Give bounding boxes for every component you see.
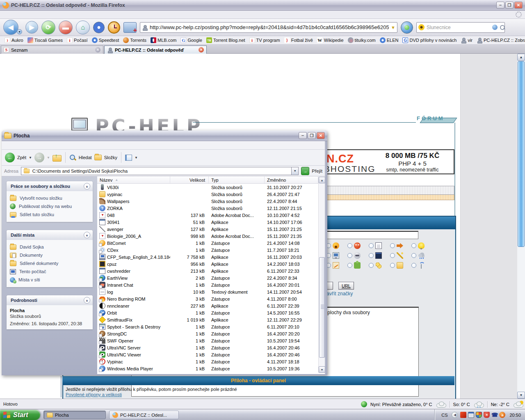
taskbar-clock[interactable]: 20:50 (508, 413, 521, 418)
browser-scrollbar[interactable]: ▲ ▼ (517, 54, 525, 399)
go-button[interactable] (401, 21, 413, 34)
bookmark-item[interactable]: vir (459, 37, 475, 43)
menu-item[interactable] (28, 14, 34, 16)
smiley-icon[interactable] (418, 262, 425, 269)
forward-button[interactable]: ▶ (25, 21, 38, 34)
file-row[interactable]: SWF Opener 1 kB Zástupce 10.5.2007 19:54 (97, 337, 318, 344)
smiley-radio[interactable] (369, 253, 374, 258)
file-row[interactable]: Nero Burning ROM 3 kB Zástupce 4.11.2007… (97, 295, 318, 302)
weather-now[interactable]: Nyní: Převážně zataženo, 0° C (370, 402, 432, 407)
tab-seznam[interactable]: S Seznam ✕ (1, 46, 103, 54)
file-row[interactable]: Orbit 1 kB Zástupce 14.5.2007 16:55 (97, 309, 318, 316)
alarm-clock-icon[interactable] (108, 21, 120, 34)
firefox-titlebar[interactable]: PC-HELP.CZ :: Odeslat odpověď - Mozilla … (0, 0, 525, 11)
place-link[interactable]: Dokumenty (10, 251, 91, 259)
tray-collapse-icon[interactable]: ◀ (452, 412, 458, 418)
close-tags-link[interactable]: Zavřít značky (324, 291, 353, 297)
tab-pchelp[interactable]: PC-HELP.CZ :: Odeslat odpověď ✕ (104, 46, 207, 54)
menu-item[interactable] (15, 14, 21, 16)
menu-item[interactable] (3, 144, 10, 146)
smiley-radio[interactable] (347, 253, 352, 258)
column-header-modified[interactable]: Změněno (265, 176, 318, 183)
up-button[interactable] (52, 154, 62, 161)
smiley-radio[interactable] (411, 243, 416, 248)
menu-item[interactable] (30, 144, 36, 146)
url-bar[interactable]: ▼ (140, 22, 397, 33)
file-row[interactable]: V630i Složka souborů 31.10.2007 20:27 (97, 184, 318, 191)
smiley-icon[interactable] (333, 242, 339, 249)
bookmark-item[interactable]: Počasí (65, 37, 90, 43)
views-dropdown-icon[interactable]: ▼ (135, 156, 138, 160)
task-link[interactable]: Sdílet tuto složku (10, 210, 91, 219)
bookmark-item[interactable]: Tiscali Games (25, 37, 65, 43)
bookmark-item[interactable]: PC-HELP.CZ :: Zobrazit... (475, 37, 525, 43)
tray-icon[interactable] (484, 412, 490, 418)
place-link[interactable]: David Sojka (10, 243, 91, 251)
search-input[interactable] (427, 25, 490, 30)
smiley-icon[interactable] (354, 252, 361, 259)
search-engine-icon[interactable] (418, 24, 425, 30)
smiley-radio[interactable] (390, 263, 395, 268)
place-link[interactable]: Tento počítač (10, 267, 91, 276)
file-row[interactable]: Vypinac 1 kB Zástupce 4.11.2007 18:18 (97, 358, 318, 365)
back-dropdown-icon[interactable]: ▼ (29, 156, 32, 160)
bookmark-item[interactable]: ELEN (378, 37, 401, 43)
smiley-icon[interactable] (375, 252, 382, 259)
address-field[interactable]: C:\Documents and Settings\David Sojka\Pl… (21, 167, 299, 175)
file-row[interactable]: CFP_Setup_English_2.4.18.184 7 758 kB Ap… (97, 253, 318, 260)
smiley-icon[interactable] (397, 252, 403, 259)
go-button[interactable]: → (301, 167, 309, 175)
task-link[interactable]: Vytvořit novou složku (10, 194, 91, 202)
collapse-chevron-icon[interactable]: ▲ (84, 232, 90, 238)
maximize-button[interactable]: ❐ (308, 132, 316, 139)
file-row[interactable]: Spybot - Search & Destroy 1 kB Zástupce … (97, 323, 318, 330)
add-bookmark-icon[interactable] (123, 22, 137, 33)
menu-item[interactable] (41, 14, 48, 16)
explorer-titlebar[interactable]: Plocha ‒ ❐ ✕ (2, 130, 327, 141)
smiley-radio[interactable] (369, 263, 374, 268)
file-row[interactable]: Biologie_2006_A 998 kB Adobe Acrobat Doc… (97, 233, 318, 240)
tab-close-icon[interactable]: ✕ (199, 47, 204, 52)
menu-item[interactable] (34, 14, 41, 16)
bookmark-item[interactable]: Wikipedie (315, 37, 346, 43)
back-dropdown[interactable]: ▼ (17, 29, 22, 34)
bookmark-item[interactable]: titulky.com (346, 37, 378, 43)
scroll-down-icon[interactable]: ▼ (319, 366, 325, 373)
folders-icon[interactable] (94, 155, 102, 160)
back-button[interactable]: ← (5, 153, 15, 162)
go-label[interactable]: Přejít (312, 169, 322, 173)
scroll-down-icon[interactable]: ▼ (517, 392, 525, 399)
file-row[interactable]: EarthView 2 kB Zástupce 22.4.2007 8:34 (97, 274, 318, 281)
bookmark-item[interactable]: DVD přílohy v novinách (400, 37, 459, 43)
extension-status-icon[interactable] (361, 401, 367, 407)
collapse-chevron-icon[interactable]: ▲ (84, 183, 90, 189)
search-label[interactable]: Hledat (79, 155, 92, 160)
panel-header[interactable]: Práce se soubory a složkou ▲ (7, 181, 93, 191)
scroll-thumb[interactable] (518, 61, 525, 247)
bookmark-item[interactable]: Google (178, 37, 204, 43)
language-indicator[interactable]: CS (440, 412, 449, 418)
minimize-button[interactable]: ‒ (496, 2, 504, 9)
search-bar[interactable] (416, 22, 505, 33)
back-label[interactable]: Zpět (17, 155, 26, 160)
menu-item[interactable] (16, 144, 23, 146)
smiley-radio[interactable] (390, 243, 395, 248)
file-list-scrollbar[interactable]: ▲ ▼ (318, 177, 325, 373)
taskbar-task-firefox[interactable]: PC-HELP.CZ :: Odesl... (109, 411, 179, 419)
tray-icon[interactable] (468, 412, 474, 418)
file-row[interactable]: cpuz 956 kB Aplikace 14.2.2007 18:03 (97, 260, 318, 267)
file-row[interactable]: Windows Media Player 1 kB Zástupce 10.5.… (97, 365, 318, 372)
menu-item[interactable] (36, 144, 43, 146)
smiley-icon[interactable] (354, 262, 361, 269)
file-row[interactable]: 048 137 kB Adobe Acrobat Doc... 10.10.20… (97, 212, 318, 219)
file-row[interactable]: log 10 kB Textový dokument 14.11.2007 20… (97, 288, 318, 295)
smiley-icon[interactable] (375, 262, 382, 269)
weather-saturday[interactable]: So: 0° C (453, 402, 470, 407)
file-row[interactable]: 30941 51 kB Aplikace 14.10.2007 17:06 (97, 219, 318, 226)
menu-item[interactable] (10, 144, 16, 146)
scroll-up-icon[interactable]: ▲ (319, 177, 325, 183)
bookmark-item[interactable]: MLB.com (148, 37, 178, 43)
views-icon[interactable] (125, 155, 132, 161)
reload-button[interactable]: ⟳ (41, 21, 55, 34)
menu-item[interactable] (21, 14, 28, 16)
